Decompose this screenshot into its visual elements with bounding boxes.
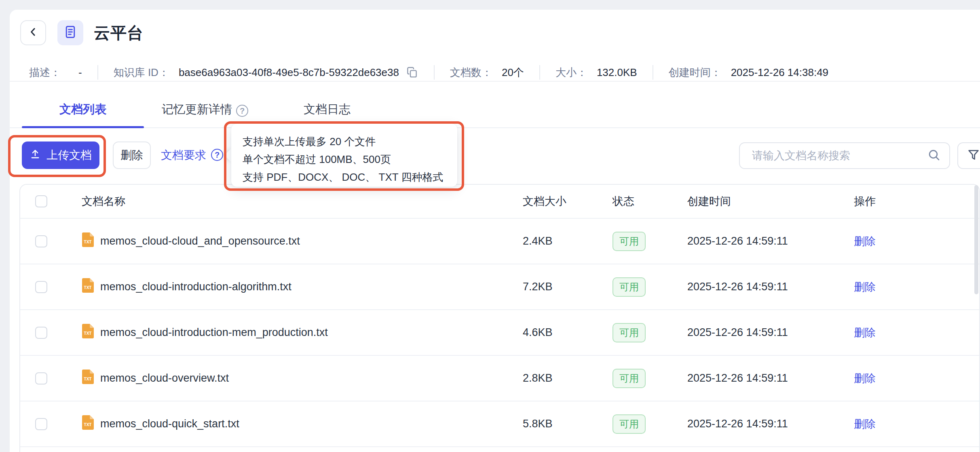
row-checkbox[interactable]	[35, 281, 47, 293]
row-delete-link[interactable]: 删除	[854, 327, 876, 339]
title-row: 云平台	[20, 20, 144, 45]
status-badge: 可用	[612, 232, 646, 251]
doc-size: 7.2KB	[503, 281, 593, 293]
desc-value: -	[78, 66, 82, 79]
divider	[539, 65, 540, 80]
filter-button[interactable]	[957, 142, 980, 169]
upload-document-button[interactable]: 上传文档	[22, 142, 99, 169]
page-title: 云平台	[94, 22, 144, 44]
txt-file-icon: TXT	[82, 232, 94, 250]
upload-requirements-tooltip: 支持单次上传最多 20 个文件 单个文档不超过 100MB、500页 支持 PD…	[231, 124, 457, 187]
select-all-checkbox[interactable]	[35, 195, 47, 207]
search-icon[interactable]	[927, 148, 941, 164]
status-badge: 可用	[612, 323, 646, 342]
doc-name: memos_cloud-introduction-algorithm.txt	[100, 281, 291, 293]
row-checkbox[interactable]	[35, 327, 47, 339]
doc-created: 2025-12-26 14:59:11	[667, 281, 834, 293]
size-value: 132.0KB	[597, 66, 637, 79]
created-value: 2025-12-26 14:38:49	[731, 66, 828, 79]
delete-button-label: 删除	[120, 148, 143, 163]
tooltip-line: 支持单次上传最多 20 个文件	[243, 133, 457, 150]
tooltip-line: 单个文档不超过 100MB、500页	[243, 150, 457, 168]
svg-text:TXT: TXT	[84, 240, 92, 244]
doc-count-value: 20个	[502, 65, 524, 80]
txt-file-icon: TXT	[82, 415, 94, 433]
tab-label: 文档日志	[304, 101, 351, 118]
txt-file-icon: TXT	[82, 370, 94, 387]
kb-id-label: 知识库 ID：	[114, 65, 169, 80]
table-row: TXT memos_cloud-overview.txt 2.8KB 可用 20…	[20, 356, 979, 401]
help-icon-blue	[211, 149, 223, 161]
tab-bar: 文档列表 记忆更新详情 文档日志	[10, 82, 980, 128]
doc-size: 2.4KB	[503, 235, 593, 247]
svg-text:TXT: TXT	[84, 422, 92, 427]
document-icon	[63, 25, 78, 41]
tab-memory-update-details[interactable]: 记忆更新详情	[144, 82, 266, 127]
document-requirements-link[interactable]: 文档要求	[161, 142, 223, 169]
row-delete-link[interactable]: 删除	[854, 372, 876, 384]
txt-file-icon: TXT	[82, 278, 94, 296]
status-badge: 可用	[612, 369, 646, 388]
doc-name: memos_cloud-introduction-mem_production.…	[100, 326, 328, 339]
delete-button[interactable]: 删除	[113, 142, 151, 169]
header-doc-name: 文档名称	[70, 194, 503, 209]
kb-id-value: base6a963a03-40f8-49e5-8c7b-59322de63e38	[179, 66, 399, 79]
divider	[653, 65, 653, 80]
svg-text:TXT: TXT	[84, 285, 92, 290]
upload-button-label: 上传文档	[46, 148, 92, 163]
header-action: 操作	[834, 194, 979, 209]
header-doc-size: 文档大小	[503, 194, 593, 209]
search-box	[739, 142, 950, 169]
knowledge-base-page: { "header": { "title": "云平台", "info": { …	[0, 0, 980, 452]
doc-name: memos_cloud-quick_start.txt	[100, 418, 239, 430]
row-checkbox[interactable]	[35, 418, 47, 430]
upload-icon	[30, 148, 41, 163]
toolbar: 上传文档 删除 文档要求	[10, 128, 980, 182]
copy-icon[interactable]	[406, 66, 418, 79]
table-row: TXT memos_cloud-quick_start.txt 5.8KB 可用…	[20, 401, 979, 447]
table-row: TXT memos_cloud-introduction-algorithm.t…	[20, 264, 979, 310]
doc-count-label: 文档数：	[450, 65, 492, 80]
tab-label: 记忆更新详情	[162, 101, 232, 118]
row-delete-link[interactable]: 删除	[854, 235, 876, 247]
doc-created: 2025-12-26 14:59:11	[667, 372, 834, 384]
table-scrollbar-thumb[interactable]	[974, 185, 978, 294]
doc-size: 2.8KB	[503, 372, 593, 384]
header-status: 状态	[593, 194, 667, 209]
divider	[434, 65, 435, 80]
funnel-icon	[967, 148, 980, 163]
search-input[interactable]	[752, 150, 927, 162]
created-label: 创建时间：	[669, 65, 721, 80]
row-checkbox[interactable]	[35, 372, 47, 384]
tab-label: 文档列表	[59, 101, 106, 118]
back-button[interactable]	[20, 20, 46, 45]
help-icon[interactable]	[236, 105, 248, 117]
doc-name: memos_cloud-overview.txt	[100, 372, 229, 384]
divider	[97, 65, 98, 80]
txt-file-icon: TXT	[82, 324, 94, 341]
document-table: 文档名称 文档大小 状态 创建时间 操作 TXT memos_cloud-clo…	[19, 184, 980, 452]
desc-label: 描述：	[29, 65, 61, 80]
kb-info-row: 描述： - 知识库 ID： base6a963a03-40f8-49e5-8c7…	[29, 64, 828, 80]
status-badge: 可用	[612, 414, 646, 434]
svg-text:TXT: TXT	[84, 377, 92, 381]
row-checkbox[interactable]	[35, 235, 47, 247]
table-row: TXT memos_cloud-cloud_and_opensource.txt…	[20, 219, 979, 264]
tab-document-log[interactable]: 文档日志	[266, 82, 388, 127]
doc-created: 2025-12-26 14:59:11	[667, 418, 834, 430]
doc-size: 5.8KB	[503, 418, 593, 430]
doc-created: 2025-12-26 14:59:11	[667, 235, 834, 247]
document-requirements-label: 文档要求	[161, 148, 206, 163]
doc-name: memos_cloud-cloud_and_opensource.txt	[100, 235, 300, 247]
tab-document-list[interactable]: 文档列表	[22, 82, 144, 127]
header-created-time: 创建时间	[667, 194, 834, 209]
doc-created: 2025-12-26 14:59:11	[667, 326, 834, 339]
table-header-row: 文档名称 文档大小 状态 创建时间 操作	[20, 185, 979, 219]
row-delete-link[interactable]: 删除	[854, 281, 876, 293]
table-row: TXT memos_cloud-introduction-mem_product…	[20, 310, 979, 356]
size-label: 大小：	[555, 65, 587, 80]
knowledge-base-icon-tile	[57, 20, 83, 45]
main-panel: 云平台 描述： - 知识库 ID： base6a963a03-40f8-49e5…	[10, 10, 980, 452]
panel-header: 云平台 描述： - 知识库 ID： base6a963a03-40f8-49e5…	[10, 10, 980, 82]
row-delete-link[interactable]: 删除	[854, 418, 876, 430]
